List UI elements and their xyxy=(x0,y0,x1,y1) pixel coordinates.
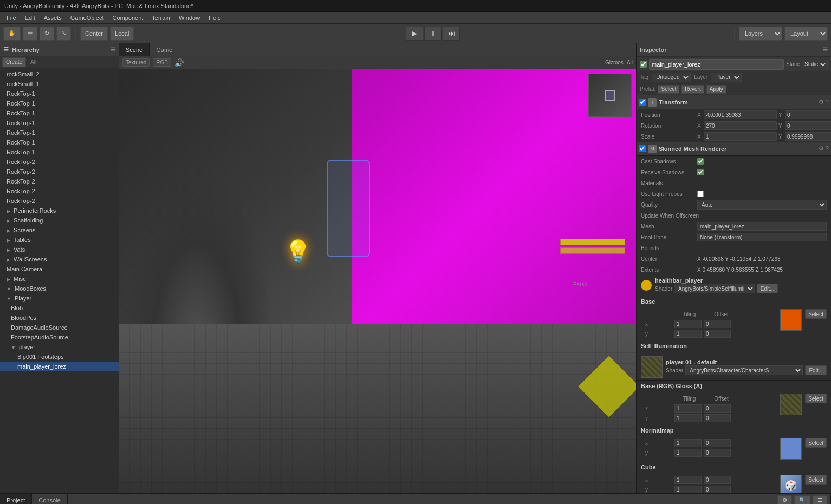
tab-console[interactable]: Console xyxy=(32,494,67,504)
normalmap-offset-y-input[interactable] xyxy=(704,449,731,457)
list-item-main-player[interactable]: main_player_lorez xyxy=(0,362,119,371)
rotate-tool-button[interactable]: ↻ xyxy=(40,27,54,41)
cube-offset-y-input[interactable] xyxy=(704,486,731,494)
position-y-input[interactable]: 0 xyxy=(785,110,831,119)
player-base-select-button[interactable]: Select xyxy=(805,394,827,403)
mesh-field[interactable]: main_player_lorez xyxy=(697,222,827,231)
list-item[interactable]: RockTop-1 xyxy=(0,108,119,118)
prefab-select-button[interactable]: Select xyxy=(658,85,679,94)
play-button[interactable]: ▶ xyxy=(406,27,423,41)
move-tool-button[interactable]: ✛ xyxy=(23,27,37,41)
menu-component[interactable]: Component xyxy=(108,12,147,24)
scale-tool-button[interactable]: ⤡ xyxy=(56,27,71,41)
root-bone-field[interactable]: None (Transform) xyxy=(697,233,827,241)
cube-offset-x-input[interactable] xyxy=(704,476,731,484)
inspector-menu-icon[interactable]: ☰ xyxy=(823,47,828,53)
list-item[interactable]: ▶ Tables xyxy=(0,235,119,245)
hand-tool-button[interactable]: ✋ xyxy=(3,27,21,41)
list-item[interactable]: ▶ Misc xyxy=(0,274,119,284)
normalmap-select-button[interactable]: Select xyxy=(805,438,827,448)
menu-file[interactable]: File xyxy=(2,12,21,24)
menu-window[interactable]: Window xyxy=(174,12,204,24)
base-select-button[interactable]: Select xyxy=(805,309,827,319)
tiling-y-input[interactable] xyxy=(674,330,702,338)
prefab-apply-button[interactable]: Apply xyxy=(706,85,726,94)
cast-shadows-checkbox[interactable] xyxy=(697,158,704,165)
list-item[interactable]: RockTop-2 xyxy=(0,196,119,206)
tag-dropdown[interactable]: Untagged xyxy=(652,73,691,82)
project-settings-button[interactable]: ⚙ xyxy=(777,495,792,505)
scene-viewport[interactable]: 💡 Persp xyxy=(119,69,636,493)
audio-icon[interactable]: 🔊 xyxy=(174,58,184,67)
tab-project[interactable]: Project xyxy=(0,494,32,504)
list-item[interactable]: rockSmall_2 xyxy=(0,69,119,79)
list-item[interactable]: Blob xyxy=(0,303,119,313)
layers-dropdown[interactable]: Layers xyxy=(739,27,782,41)
transform-settings-icon[interactable]: ⚙ ? xyxy=(819,99,829,106)
list-item[interactable]: RockTop-2 xyxy=(0,167,119,176)
player-tiling-x-input[interactable] xyxy=(674,404,702,413)
list-item[interactable]: RockTop-1 xyxy=(0,99,119,108)
normalmap-offset-x-input[interactable] xyxy=(704,439,731,447)
position-x-input[interactable]: -0.0001 39083 xyxy=(704,110,777,119)
base-color-swatch[interactable] xyxy=(780,309,802,331)
menu-help[interactable]: Help xyxy=(204,12,225,24)
gizmos-all[interactable]: All xyxy=(627,60,633,66)
receive-shadows-checkbox[interactable] xyxy=(697,169,704,175)
skinned-mesh-settings-icon[interactable]: ⚙ ? xyxy=(819,145,829,152)
project-more-button[interactable]: ☰ xyxy=(813,495,827,505)
player-shader-dropdown[interactable]: AngryBots/Character/CharacterS xyxy=(685,365,803,375)
list-item[interactable]: RockTop-2 xyxy=(0,157,119,167)
offset-x-input[interactable] xyxy=(704,320,731,328)
player-offset-y-input[interactable] xyxy=(704,414,731,422)
cube-tiling-x-input[interactable] xyxy=(674,476,702,484)
menu-edit[interactable]: Edit xyxy=(21,12,40,24)
object-name-field[interactable] xyxy=(649,59,784,70)
player-base-swatch[interactable] xyxy=(780,394,802,415)
healthbar-shader-edit-button[interactable]: Edit... xyxy=(757,284,778,293)
list-item[interactable]: RockTop-2 xyxy=(0,176,119,186)
hierarchy-menu-icon[interactable]: ☰ xyxy=(111,47,115,53)
offset-y-input[interactable] xyxy=(704,330,731,338)
step-button[interactable]: ⏭ xyxy=(443,27,460,41)
list-item[interactable]: RockTop-2 xyxy=(0,186,119,196)
list-item[interactable]: ▶ Screens xyxy=(0,225,119,235)
healthbar-shader-dropdown[interactable]: AngryBots/SimpleSelfIlluminator xyxy=(674,284,755,293)
rotation-y-input[interactable]: 0 xyxy=(785,121,831,130)
list-item[interactable]: RockTop-1 xyxy=(0,147,119,157)
quality-dropdown[interactable]: Auto xyxy=(697,200,827,210)
list-item[interactable]: RockTop-1 xyxy=(0,128,119,138)
cube-tiling-y-input[interactable] xyxy=(674,486,702,494)
transform-enable-checkbox[interactable] xyxy=(639,99,646,106)
list-item[interactable]: ▼ MoodBoxes xyxy=(0,284,119,293)
list-item[interactable]: ▶ Scaffolding xyxy=(0,215,119,225)
gizmos-label[interactable]: Gizmos xyxy=(605,60,624,66)
list-item[interactable]: ▼ Player xyxy=(0,293,119,303)
transform-header[interactable]: T Transform ⚙ ? xyxy=(637,95,831,109)
skinned-mesh-enable-checkbox[interactable] xyxy=(639,145,646,152)
list-item[interactable]: rockSmall_1 xyxy=(0,79,119,89)
prefab-revert-button[interactable]: Revert xyxy=(681,85,704,94)
list-item[interactable]: ▶ Vats xyxy=(0,245,119,254)
scale-y-input[interactable]: 0.9999998 xyxy=(785,132,831,141)
menu-gameobject[interactable]: GameObject xyxy=(66,12,108,24)
hierarchy-create-button[interactable]: Create xyxy=(2,57,26,67)
tab-game[interactable]: Game xyxy=(150,43,179,56)
project-search-button[interactable]: 🔍 xyxy=(794,495,810,505)
center-button[interactable]: Center xyxy=(80,27,108,41)
player-offset-x-input[interactable] xyxy=(704,404,731,413)
list-item[interactable]: RockTop-1 xyxy=(0,89,119,99)
menu-assets[interactable]: Assets xyxy=(40,12,66,24)
list-item[interactable]: ▶ PerimeterRocks xyxy=(0,206,119,215)
rgb-button[interactable]: RGB xyxy=(153,58,171,67)
list-item[interactable]: DamageAudioSource xyxy=(0,323,119,332)
list-item[interactable]: RockTop-1 xyxy=(0,138,119,147)
cube-select-button[interactable]: Select xyxy=(805,475,827,485)
object-active-checkbox[interactable] xyxy=(640,61,647,68)
normalmap-tiling-y-input[interactable] xyxy=(674,449,702,457)
skinned-mesh-header[interactable]: M Skinned Mesh Renderer ⚙ ? xyxy=(637,142,831,156)
static-dropdown[interactable]: Static xyxy=(802,60,828,69)
rotation-x-input[interactable]: 270 xyxy=(704,121,777,130)
cube-swatch[interactable]: 🎲 xyxy=(780,475,802,493)
layer-dropdown[interactable]: Player xyxy=(711,73,742,82)
